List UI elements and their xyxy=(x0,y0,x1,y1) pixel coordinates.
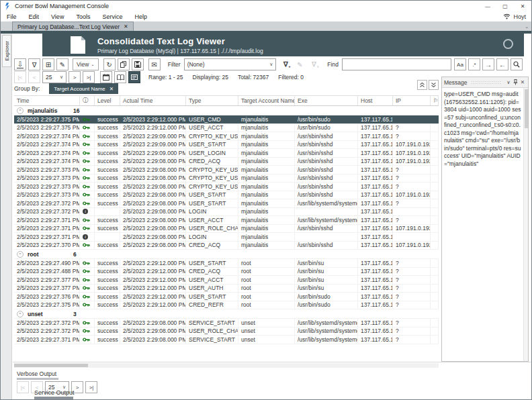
minimize-button[interactable]: — xyxy=(479,1,496,11)
first-page-button[interactable]: |< xyxy=(14,71,26,83)
table-row[interactable]: 2/5/2023 2:29:27.377 PMsuccess2/5/2023 2… xyxy=(14,285,439,293)
table-row[interactable]: 2/5/2023 2:29:27.375 PMsuccess2/5/2023 2… xyxy=(14,115,439,124)
menu-view[interactable]: View xyxy=(45,13,70,20)
search-button[interactable] xyxy=(511,58,523,70)
collapse-group-icon[interactable]: ^ xyxy=(17,107,24,114)
table-row[interactable]: 2/5/2023 2:29:27.490 PMsuccess2/5/2023 2… xyxy=(14,259,439,268)
find-prev-button[interactable]: ← xyxy=(496,58,508,70)
prev-page-button[interactable]: < xyxy=(28,71,40,83)
add-filter-button[interactable]: ∇+ xyxy=(279,58,292,70)
table-row[interactable]: 2/5/2023 2:29:27.371 PMsuccess2/5/2023 2… xyxy=(14,336,439,344)
column-header-ip[interactable]: IP xyxy=(393,96,431,105)
filter-select[interactable]: (None) ∨ xyxy=(184,58,277,70)
log-book-button[interactable] xyxy=(114,71,126,83)
menu-help[interactable]: Help xyxy=(128,13,153,20)
group-header-root[interactable]: ^root6 xyxy=(14,250,439,259)
table-row[interactable]: 2/5/2023 2:29:27.375 PMsuccess2/5/2023 2… xyxy=(14,124,439,133)
pin-icon[interactable] xyxy=(512,79,519,85)
column-header-info[interactable]: ⓘ xyxy=(80,96,95,105)
menu-file[interactable]: File xyxy=(1,13,23,20)
table-row[interactable]: 2/5/2023 2:29:27.374 PMsuccess2/5/2023 2… xyxy=(14,149,439,158)
message-panel-toggle-button[interactable] xyxy=(128,71,140,83)
table-row[interactable]: 2/5/2023 2:29:27.376 PMsuccess2/5/2023 2… xyxy=(14,293,439,301)
column-header-level[interactable]: Level xyxy=(95,96,120,105)
cell: CRYPTO_KEY_USER xyxy=(186,166,238,174)
find-input[interactable] xyxy=(342,58,451,70)
cell: mjanulaitis xyxy=(238,216,295,224)
maximize-button[interactable]: ▢ xyxy=(496,1,514,11)
column-header-flag[interactable]: ⚐ xyxy=(431,96,439,105)
table-row[interactable]: 2/5/2023 2:29:27.373 PMsuccess2/5/2023 2… xyxy=(14,191,439,200)
edit-filter-button[interactable]: ✎ xyxy=(294,58,306,70)
last-page-button[interactable]: >| xyxy=(83,71,95,83)
group-header-mjanulaitis[interactable]: ^mjanulaitis16 xyxy=(14,106,439,115)
menu-edit[interactable]: Edit xyxy=(23,13,46,20)
cell xyxy=(431,191,439,199)
edit-pencil-button[interactable]: ✎ xyxy=(56,58,69,70)
message-panel-header[interactable]: Message ∨ ✕ xyxy=(442,77,528,88)
table-row[interactable]: 2/5/2023 2:29:27.374 PMsuccess2/5/2023 2… xyxy=(14,132,439,141)
table-row[interactable]: 2/5/2023 2:29:27.374 PMsuccess2/5/2023 2… xyxy=(14,141,439,150)
column-header-type[interactable]: Type xyxy=(186,96,238,105)
menu-tools[interactable]: Tools xyxy=(70,13,96,20)
refresh-button[interactable]: ↻ xyxy=(103,58,116,70)
match-case-button[interactable]: Aa xyxy=(454,58,466,70)
column-header-exe[interactable]: Exe xyxy=(295,96,358,105)
table-row[interactable]: 2/5/2023 2:29:27.371 PMsuccess2/5/2023 2… xyxy=(14,225,439,234)
verbose-last-page-button[interactable]: >| xyxy=(85,381,97,393)
group-by-chip[interactable]: Target Account Name ✕ xyxy=(49,83,118,94)
verbose-first-page-button[interactable]: |< xyxy=(17,381,29,393)
view-dropdown-button[interactable]: View ⌄ xyxy=(73,58,99,70)
panel-menu-chevron-icon[interactable]: ∨ xyxy=(505,79,512,85)
table-row[interactable]: 2/5/2023 2:29:27.370 PMsuccess2/5/2023 2… xyxy=(14,242,439,250)
chip-close-icon[interactable]: ✕ xyxy=(109,86,114,92)
panel-close-icon[interactable]: ✕ xyxy=(519,79,526,85)
collapse-group-icon[interactable]: ^ xyxy=(17,311,24,317)
filter-funnel-button[interactable]: ∇ xyxy=(28,58,40,70)
menu-service[interactable]: Service xyxy=(96,13,128,20)
panel-grip[interactable] xyxy=(471,81,502,85)
table-row[interactable]: 2/5/2023 2:29:27.375 PMsuccess2/5/2023 2… xyxy=(14,301,439,310)
explorer-side-tab[interactable]: Explorer xyxy=(2,35,11,67)
table-row[interactable]: 2/5/2023 2:29:27.374 PMsuccess2/5/2023 2… xyxy=(14,158,439,166)
column-header-host[interactable]: Host xyxy=(358,96,393,105)
export-button[interactable]: ⇩ xyxy=(14,58,26,70)
columns-button[interactable]: ⊞ xyxy=(42,58,54,70)
collapse-group-icon[interactable]: ^ xyxy=(17,251,24,258)
copy-button[interactable] xyxy=(118,58,130,70)
table-row[interactable]: 2/5/2023 2:29:27.371 PMi2/5/2023 2:29:08… xyxy=(14,233,439,242)
table-row[interactable]: 2/5/2023 2:29:27.372 PMsuccess2/5/2023 2… xyxy=(14,328,439,336)
table-row[interactable]: 2/5/2023 2:29:27.377 PMsuccess2/5/2023 2… xyxy=(14,276,439,285)
user-cluster[interactable]: Hoyt xyxy=(503,11,526,21)
clear-filter-button[interactable]: ∇x xyxy=(308,58,320,70)
calendar-button[interactable] xyxy=(100,71,112,83)
table-row[interactable]: 2/5/2023 2:29:27.488 PMsuccess2/5/2023 2… xyxy=(14,268,439,277)
tab-overflow-chevron-icon[interactable]: ⌄ xyxy=(525,24,529,30)
horizontal-scrollbar[interactable] xyxy=(14,363,439,368)
service-output-tab[interactable]: Service Output xyxy=(34,389,75,396)
save-button[interactable] xyxy=(132,58,144,70)
column-header-actual-time[interactable]: Actual Time xyxy=(120,96,186,105)
close-button[interactable]: ✕ xyxy=(514,1,531,11)
column-header-target-account-name[interactable]: Target Account Name▲ xyxy=(238,96,295,105)
table-row[interactable]: 2/5/2023 2:29:27.373 PMsuccess2/5/2023 2… xyxy=(14,183,439,191)
table-row[interactable]: 2/5/2023 2:29:27.372 PMsuccess2/5/2023 2… xyxy=(14,199,439,208)
email-button[interactable]: ✉ xyxy=(148,58,161,70)
table-row[interactable]: 2/5/2023 2:29:27.373 PMsuccess2/5/2023 2… xyxy=(14,174,439,183)
column-header-time[interactable]: Time xyxy=(14,96,80,105)
collapse-all-button[interactable] xyxy=(417,80,427,90)
table-row[interactable]: 2/5/2023 2:29:27.372 PMsuccess2/5/2023 2… xyxy=(14,319,439,328)
expand-all-button[interactable] xyxy=(429,80,439,90)
table-row[interactable]: 2/5/2023 2:29:27.372 PMi2/5/2023 2:29:08… xyxy=(14,208,439,217)
find-next-button[interactable]: → xyxy=(482,58,494,70)
group-header-unset[interactable]: ^unset3 xyxy=(14,309,439,319)
regex-button[interactable]: .* xyxy=(468,58,480,70)
tab-close-icon[interactable]: ✕ xyxy=(124,23,128,30)
verbose-output-tab[interactable]: Verbose Output xyxy=(17,370,56,377)
next-page-button[interactable]: > xyxy=(69,71,81,83)
page-size-select[interactable]: 25 ∨ xyxy=(42,71,66,83)
table-row[interactable]: 2/5/2023 2:29:27.371 PMsuccess2/5/2023 2… xyxy=(14,216,439,225)
table-row[interactable]: 2/5/2023 2:29:27.373 PMsuccess2/5/2023 2… xyxy=(14,166,439,174)
tab-text-log-viewer[interactable]: Primary Log Database...Text Log Viewer ✕ xyxy=(12,21,134,31)
message-scrollbar[interactable] xyxy=(523,88,528,361)
